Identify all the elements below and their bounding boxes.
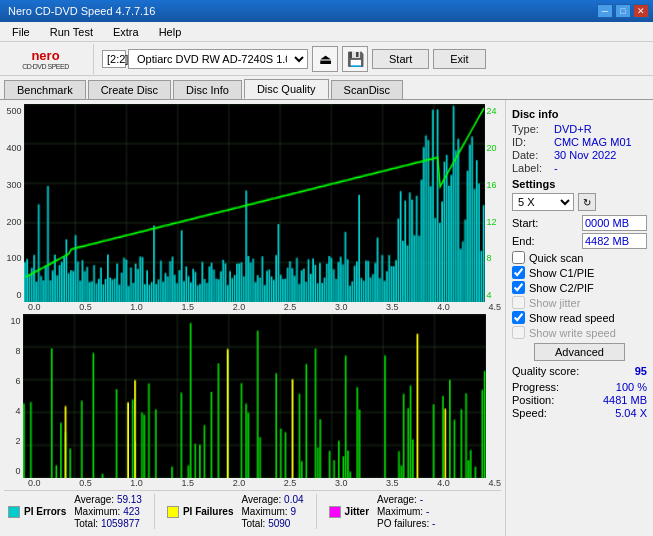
drive-dropdown[interactable]: Optiarc DVD RW AD-7240S 1.04 [128, 49, 308, 69]
pi-errors-avg-label: Average: [74, 494, 114, 505]
show-write-speed-row: Show write speed [512, 326, 647, 339]
start-button[interactable]: Start [372, 49, 429, 69]
exit-button[interactable]: Exit [433, 49, 485, 69]
chart2-container: 10 8 6 4 2 0 [4, 314, 501, 478]
tab-create-disc[interactable]: Create Disc [88, 80, 171, 99]
progress-value: 100 % [616, 381, 647, 393]
charts-area: 500 400 300 200 100 0 24 20 16 12 8 4 [0, 100, 505, 536]
right-panel: Disc info Type: DVD+R ID: CMC MAG M01 Da… [505, 100, 653, 536]
disc-info-title: Disc info [512, 108, 647, 120]
quality-score-value: 95 [635, 365, 647, 377]
jitter-stat: Jitter [329, 494, 369, 529]
disc-date-row: Date: 30 Nov 2022 [512, 149, 647, 161]
pi-errors-avg-value: 59.13 [117, 494, 142, 505]
menu-run-test[interactable]: Run Test [42, 24, 101, 40]
chart1-container: 500 400 300 200 100 0 24 20 16 12 8 4 [4, 104, 501, 302]
show-c2-checkbox[interactable] [512, 281, 525, 294]
window-controls: ─ □ ✕ [597, 4, 649, 18]
menu-bar: File Run Test Extra Help [0, 22, 653, 42]
logo-cd-text: CD·DVD SPEED [22, 63, 69, 70]
tab-bar: Benchmark Create Disc Disc Info Disc Qua… [0, 76, 653, 100]
pi-errors-max-value: 423 [123, 506, 140, 517]
position-row: Position: 4481 MB [512, 394, 647, 406]
pi-errors-stat: PI Errors [8, 494, 66, 529]
drive-index-label: [2:2] [102, 50, 126, 68]
close-button[interactable]: ✕ [633, 4, 649, 18]
quality-score-row: Quality score: 95 [512, 365, 647, 377]
drive-selector: [2:2] Optiarc DVD RW AD-7240S 1.04 [102, 49, 308, 69]
position-value: 4481 MB [603, 394, 647, 406]
menu-extra[interactable]: Extra [105, 24, 147, 40]
quick-scan-checkbox[interactable] [512, 251, 525, 264]
speed-row: 5 X ↻ [512, 193, 647, 211]
disc-type-row: Type: DVD+R [512, 123, 647, 135]
tab-disc-info[interactable]: Disc Info [173, 80, 242, 99]
title-bar: Nero CD-DVD Speed 4.7.7.16 ─ □ ✕ [0, 0, 653, 22]
menu-help[interactable]: Help [151, 24, 190, 40]
end-mb-input[interactable] [582, 233, 647, 249]
chart1-canvas [24, 104, 485, 302]
quick-scan-row: Quick scan [512, 251, 647, 264]
refresh-button[interactable]: ↻ [578, 193, 596, 211]
save-button[interactable]: 💾 [342, 46, 368, 72]
chart2-x-axis: 0.0 0.5 1.0 1.5 2.0 2.5 3.0 3.5 4.0 4.5 [4, 478, 501, 488]
pi-errors-max-label: Maximum: [74, 506, 120, 517]
start-mb-row: Start: [512, 215, 647, 231]
settings-title: Settings [512, 178, 647, 190]
pi-failures-avg-label: Average: [241, 494, 281, 505]
advanced-button[interactable]: Advanced [534, 343, 625, 361]
disc-id-row: ID: CMC MAG M01 [512, 136, 647, 148]
show-c1-checkbox[interactable] [512, 266, 525, 279]
show-jitter-row: Show jitter [512, 296, 647, 309]
chart2-y-axis: 10 8 6 4 2 0 [4, 314, 23, 478]
stats-bar: PI Errors Average: 59.13 Maximum: 423 To… [4, 490, 501, 532]
pi-errors-total-value: 1059877 [101, 518, 140, 529]
show-c2-row: Show C2/PIF [512, 281, 647, 294]
tab-disc-quality[interactable]: Disc Quality [244, 79, 329, 99]
start-mb-input[interactable] [582, 215, 647, 231]
pi-failures-avg-value: 0.04 [284, 494, 303, 505]
show-jitter-checkbox[interactable] [512, 296, 525, 309]
pi-errors-color [8, 506, 20, 518]
pi-errors-total-label: Total: [74, 518, 98, 529]
tab-scan-disc[interactable]: ScanDisc [331, 80, 403, 99]
pi-failures-color [167, 506, 179, 518]
speed-select[interactable]: 5 X [512, 193, 574, 211]
jitter-color [329, 506, 341, 518]
progress-section: Progress: 100 % Position: 4481 MB Speed:… [512, 381, 647, 419]
show-read-speed-checkbox[interactable] [512, 311, 525, 324]
minimize-button[interactable]: ─ [597, 4, 613, 18]
maximize-button[interactable]: □ [615, 4, 631, 18]
show-c1-row: Show C1/PIE [512, 266, 647, 279]
chart1-x-axis: 0.0 0.5 1.0 1.5 2.0 2.5 3.0 3.5 4.0 4.5 [4, 302, 501, 312]
logo-nero-text: nero [31, 48, 59, 63]
chart1-right-y-axis: 24 20 16 12 8 4 [485, 104, 501, 302]
pi-failures-total-value: 5090 [268, 518, 290, 529]
pi-failures-total-label: Total: [241, 518, 265, 529]
speed-value: 5.04 X [615, 407, 647, 419]
pi-failures-stat: PI Failures [167, 494, 234, 529]
menu-file[interactable]: File [4, 24, 38, 40]
pi-failures-max-value: 9 [290, 506, 296, 517]
tab-benchmark[interactable]: Benchmark [4, 80, 86, 99]
app-logo: nero CD·DVD SPEED [4, 44, 94, 74]
end-mb-row: End: [512, 233, 647, 249]
show-read-speed-row: Show read speed [512, 311, 647, 324]
eject-button[interactable]: ⏏ [312, 46, 338, 72]
chart2-canvas [23, 314, 486, 478]
chart1-y-axis: 500 400 300 200 100 0 [4, 104, 24, 302]
toolbar: nero CD·DVD SPEED [2:2] Optiarc DVD RW A… [0, 42, 653, 76]
main-content: 500 400 300 200 100 0 24 20 16 12 8 4 [0, 100, 653, 536]
window-title: Nero CD-DVD Speed 4.7.7.16 [8, 5, 155, 17]
speed-row-2: Speed: 5.04 X [512, 407, 647, 419]
disc-label-row: Label: - [512, 162, 647, 174]
pi-failures-max-label: Maximum: [241, 506, 287, 517]
progress-row: Progress: 100 % [512, 381, 647, 393]
show-write-speed-checkbox[interactable] [512, 326, 525, 339]
